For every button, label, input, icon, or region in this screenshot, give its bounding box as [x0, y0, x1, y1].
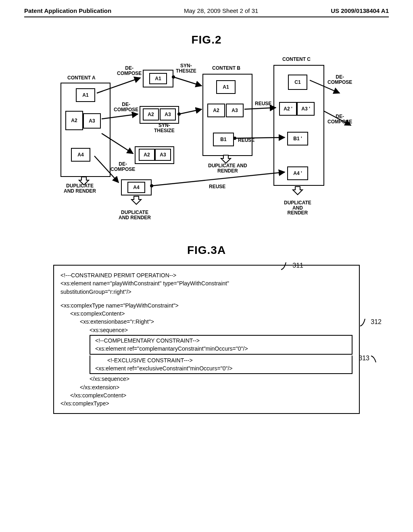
lbl-duprender-c: DUPLICATEANDRENDER — [284, 200, 311, 216]
xml-l2: <xs:element name="playWithConstraint" ty… — [60, 279, 353, 287]
xml-l10: <!-EXCLUSIVE CONSTRAINT---> — [107, 356, 348, 364]
label-content-a: CONTENT A — [67, 75, 96, 81]
cell-b-a3: A3 — [226, 104, 244, 117]
xml-l3: substitutionGroup="r:right"/> — [60, 288, 353, 296]
svg-line-5 — [179, 109, 202, 114]
xml-l4: <xs:complexType name="PlayWithConstraint… — [60, 301, 353, 310]
xml-l1: <!---CONSTRAINED PERMIT OPERATION--> — [60, 271, 353, 279]
cell-c-a4p: A4 ' — [287, 166, 308, 180]
xml-l7: <xs:sequence> — [90, 326, 353, 334]
xml-l5: <xs:complexContent> — [70, 310, 353, 318]
cell-a3: A3 — [83, 113, 101, 129]
header-left: Patent Application Publication — [24, 7, 111, 14]
cell-a4: A4 — [71, 148, 90, 162]
cell-c-a2p: A2 ' — [279, 102, 297, 116]
xml-l8: <!--COMPLEMENTARY CONSTRAINT--> — [95, 337, 348, 345]
lbl-decompose-5: DE-COMPOSE — [327, 114, 352, 124]
mid-a4: A4 — [127, 182, 145, 193]
cell-b-a1: A1 — [216, 80, 236, 94]
lbl-reuse-3: REUSE — [209, 184, 225, 189]
xml-l14: </xs:complexContent> — [70, 391, 353, 399]
xml-l9: <xs:element ref="complemantaryConstraint… — [95, 345, 348, 353]
lbl-decompose-3: DE-COMPOSE — [111, 162, 135, 172]
lbl-duprender-b: DUPLICATE ANDRENDER — [208, 163, 247, 173]
fig3a-diagram: 311 <!---CONSTRAINED PERMIT OPERATION-->… — [53, 265, 360, 414]
lbl-reuse-1: REUSE — [255, 101, 271, 106]
cell-b-a2: A2 — [207, 104, 225, 117]
lbl-duprender-m: DUPLICATEAND RENDER — [119, 210, 151, 220]
lbl-duprender-a: DUPLICATEAND RENDER — [64, 183, 96, 193]
page-header: Patent Application Publication May 28, 2… — [24, 0, 389, 17]
lbl-decompose-2: DE-COMPOSE — [114, 102, 138, 112]
xml-box-311: <!---CONSTRAINED PERMIT OPERATION--> <xs… — [53, 265, 360, 414]
xml-l6: <xs:extensionbase="r:Right"> — [80, 318, 353, 326]
cell-c-c1: C1 — [288, 75, 307, 90]
cell-b-b1: B1 — [213, 133, 234, 146]
label-content-c: CONTENT C — [282, 57, 311, 62]
xml-l13: </xs:extension> — [80, 383, 353, 391]
mid-a1: A1 — [149, 73, 167, 84]
xml-l11: <xs:element ref="exclusiveConstraint"min… — [95, 364, 348, 372]
fig2-diagram: CONTENT A CONTENT B CONTENT C A1 A2 A3 A… — [49, 54, 364, 228]
xml-l12: </xs:sequence> — [90, 375, 353, 383]
lbl-synth-1: SYN-THESIZE — [176, 63, 196, 73]
header-mid: May 28, 2009 Sheet 2 of 31 — [184, 7, 258, 14]
fig3a-title: FIG.3A — [24, 244, 389, 257]
lbl-synth-2: SYN-THESIZE — [154, 123, 175, 133]
lbl-decompose-1: DE-COMPOSE — [117, 66, 142, 76]
cell-a1: A1 — [76, 88, 95, 102]
lbl-decompose-4: DE-COMPOSE — [327, 75, 352, 85]
svg-line-4 — [173, 77, 202, 86]
xml-box-313: <!-EXCLUSIVE CONSTRAINT---> <xs:element … — [90, 355, 353, 374]
mid-a2b: A2 — [139, 149, 155, 161]
mid-a3b: A3 — [155, 149, 171, 161]
fig2-title: FIG.2 — [24, 33, 389, 46]
mid-a2: A2 — [143, 108, 159, 121]
cell-c-b1p: B1 ' — [287, 132, 308, 145]
callout-312: 312 — [359, 317, 382, 328]
header-right: US 2009/0138404 A1 — [331, 7, 389, 14]
cell-a2: A2 — [65, 111, 83, 130]
cell-c-a3p: A3 ' — [297, 102, 315, 116]
xml-l15: </xs:complexType> — [60, 399, 353, 407]
lbl-reuse-2: REUSE — [238, 138, 254, 143]
label-content-b: CONTENT B — [212, 66, 240, 71]
callout-313: 313 — [359, 353, 382, 363]
mid-a3: A3 — [160, 108, 176, 121]
xml-box-312: <!--COMPLEMENTARY CONSTRAINT--> <xs:elem… — [90, 335, 353, 355]
